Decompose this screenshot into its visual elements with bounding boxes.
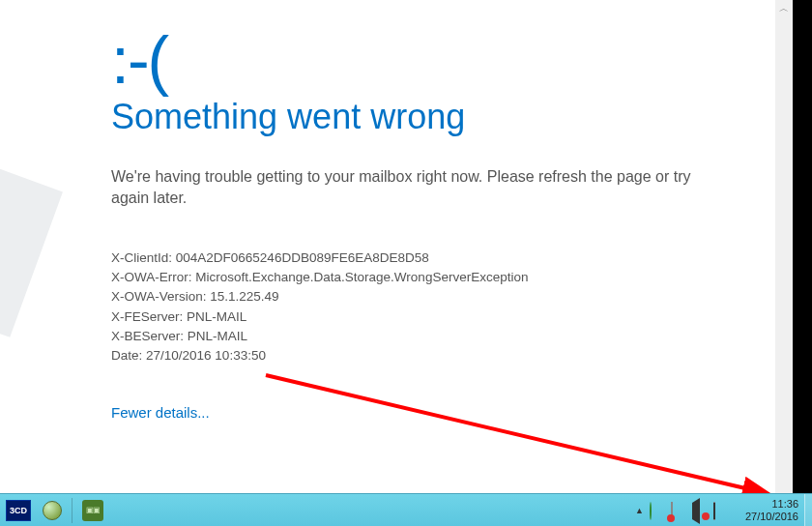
tray-recycle-icon[interactable] (650, 503, 665, 518)
error-heading: Something went wrong (111, 97, 710, 137)
globe-icon (43, 501, 62, 520)
detail-label: X-FEServer: (111, 309, 183, 324)
error-message: We're having trouble getting to your mai… (111, 166, 710, 210)
show-desktop-button[interactable] (804, 494, 812, 527)
tray-clock[interactable]: 11:36 27/10/2016 (735, 498, 798, 522)
error-panel: :-( Something went wrong We're having tr… (111, 27, 710, 460)
sad-face-icon: :-( (111, 27, 710, 93)
system-tray: ▲ 11:36 27/10/2016 (635, 498, 804, 522)
tray-action-center-icon[interactable] (671, 503, 686, 518)
detail-label: Date: (111, 348, 142, 363)
detail-value: PNL-MAIL (188, 329, 247, 343)
detail-label: X-BEServer: (111, 329, 184, 343)
detail-value: Microsoft.Exchange.Data.Storage.WrongSer… (195, 270, 528, 284)
tray-overflow-chevron-icon[interactable]: ▲ (635, 506, 644, 515)
detail-value: 004A2DF0665246DDB089FE6EA8DE8D58 (176, 250, 429, 265)
detail-label: X-OWA-Error: (111, 270, 192, 284)
clock-time: 11:36 (735, 498, 798, 511)
error-details: X-ClientId: 004A2DF0665246DDB089FE6EA8DE… (111, 248, 710, 366)
detail-row: Date: 27/10/2016 10:33:50 (111, 346, 710, 365)
detail-label: X-OWA-Version: (111, 289, 207, 304)
refresh-link[interactable]: ↻ Refresh the page (111, 438, 710, 460)
fewer-details-link[interactable]: Fewer details... (111, 404, 210, 421)
clock-date: 27/10/2016 (735, 511, 798, 523)
taskbar: 3CD ▲ 11:36 27/10/2016 (0, 493, 812, 526)
taskbar-app-vmware[interactable] (78, 497, 107, 524)
vmware-icon (82, 500, 103, 521)
detail-row: X-OWA-Error: Microsoft.Exchange.Data.Sto… (111, 268, 710, 287)
taskbar-separator (72, 498, 72, 523)
detail-value: PNL-MAIL (187, 309, 246, 324)
detail-value: 15.1.225.49 (210, 289, 278, 304)
tray-volume-icon[interactable] (692, 503, 708, 518)
app-3cd-icon: 3CD (6, 500, 31, 521)
detail-row: X-FEServer: PNL-MAIL (111, 307, 710, 327)
detail-row: X-BEServer: PNL-MAIL (111, 327, 710, 346)
detail-label: X-ClientId: (111, 250, 172, 265)
window-edge (793, 0, 812, 493)
tray-network-icon[interactable] (713, 503, 729, 518)
detail-value: 27/10/2016 10:33:50 (146, 348, 266, 363)
taskbar-app-3cd[interactable]: 3CD (2, 497, 35, 524)
taskbar-app-browser[interactable] (39, 497, 66, 524)
scroll-up-arrow-icon[interactable]: ︿ (775, 0, 793, 17)
background-shape (0, 165, 63, 337)
vertical-scrollbar[interactable] (775, 0, 793, 493)
detail-row: X-OWA-Version: 15.1.225.49 (111, 287, 710, 307)
detail-row: X-ClientId: 004A2DF0665246DDB089FE6EA8DE… (111, 248, 710, 268)
browser-viewport: :-( Something went wrong We're having tr… (0, 0, 812, 493)
